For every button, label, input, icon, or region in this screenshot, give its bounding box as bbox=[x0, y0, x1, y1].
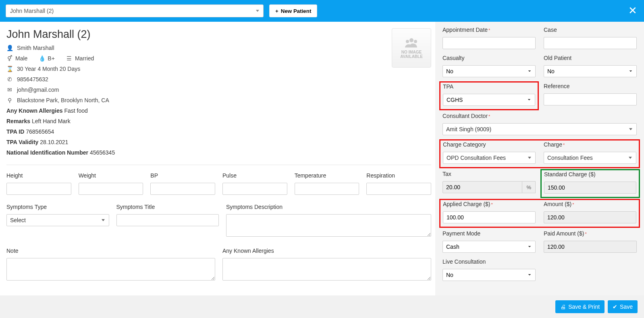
symptoms-section: Symptoms Type Select Symptoms Title Symp… bbox=[6, 204, 431, 238]
remarks-value: Left Hand Mark bbox=[32, 118, 71, 124]
amount-label: Amount ($)* bbox=[544, 201, 636, 207]
tax-label: Tax bbox=[442, 171, 536, 177]
email-icon: ✉ bbox=[6, 87, 13, 93]
main-content: John Marshall (2) 👤 Smith Marshall ⚥ Mal… bbox=[0, 22, 644, 295]
svg-point-0 bbox=[409, 38, 413, 42]
allergies-label: Any Known Allergies bbox=[6, 107, 63, 114]
phone-value: 9856475632 bbox=[17, 76, 48, 83]
remarks-label: Remarks bbox=[6, 118, 30, 124]
height-input[interactable] bbox=[6, 183, 71, 195]
vitals-section: Height Weight BP Pulse Temperature Respi… bbox=[6, 172, 431, 195]
new-patient-button[interactable]: + New Patient bbox=[269, 4, 317, 17]
temperature-label: Temperature bbox=[295, 172, 359, 179]
phone-icon: ✆ bbox=[6, 76, 13, 83]
tpa-validity-label: TPA Validity bbox=[6, 139, 38, 145]
case-input[interactable] bbox=[544, 37, 637, 49]
svg-point-2 bbox=[414, 40, 417, 43]
symptoms-title-label: Symptoms Title bbox=[116, 204, 219, 210]
nin-label: National Identification Number bbox=[6, 149, 88, 156]
allergies-value: Fast food bbox=[64, 107, 87, 114]
charge-category-select[interactable]: OPD Consultation Fees bbox=[443, 152, 536, 164]
marital-icon: ☰ bbox=[66, 55, 73, 62]
paid-amount-input bbox=[544, 241, 637, 253]
address-icon: ⚲ bbox=[6, 97, 13, 103]
hourglass-icon: ⌛ bbox=[6, 66, 13, 72]
age-value: 30 Year 4 Month 20 Days bbox=[17, 66, 80, 72]
symptoms-type-label: Symptoms Type bbox=[6, 204, 109, 210]
consultant-value: Amit Singh (9009) bbox=[446, 126, 491, 132]
symptoms-type-value: Select bbox=[10, 217, 26, 223]
pulse-input[interactable] bbox=[222, 183, 287, 195]
applied-charge-label: Applied Charge ($)* bbox=[443, 201, 536, 207]
consultant-label: Consultant Doctor* bbox=[442, 113, 637, 119]
divider bbox=[6, 165, 431, 165]
temperature-input[interactable] bbox=[295, 183, 359, 195]
nin-value: 45656345 bbox=[90, 149, 115, 156]
bp-input[interactable] bbox=[150, 183, 215, 195]
save-label: Save bbox=[620, 304, 633, 310]
address-value: Blackstone Park, Brooklyn North, CA bbox=[17, 97, 109, 103]
weight-input[interactable] bbox=[79, 183, 143, 195]
old-patient-select[interactable]: No bbox=[544, 65, 637, 77]
amount-input bbox=[544, 211, 636, 223]
respiration-input[interactable] bbox=[366, 183, 431, 195]
patient-dropdown-value: John Marshall (2) bbox=[10, 8, 54, 14]
note-textarea[interactable] bbox=[6, 258, 215, 281]
note-label: Note bbox=[6, 248, 215, 254]
charge-select[interactable]: Consultation Fees bbox=[544, 152, 636, 164]
casualty-select[interactable]: No bbox=[442, 65, 536, 77]
patient-dropdown[interactable]: John Marshall (2) bbox=[6, 4, 264, 17]
symptoms-desc-label: Symptoms Description bbox=[226, 204, 431, 210]
svg-point-1 bbox=[406, 40, 409, 43]
charge-category-value: OPD Consultation Fees bbox=[447, 155, 506, 161]
height-label: Height bbox=[6, 172, 71, 179]
no-image-text2: AVAILABLE bbox=[400, 54, 423, 59]
blood-icon: 💧 bbox=[39, 55, 45, 62]
case-label: Case bbox=[544, 27, 637, 33]
standard-charge-input bbox=[544, 182, 636, 194]
percent-suffix: % bbox=[522, 181, 536, 193]
guardian-name: Smith Marshall bbox=[17, 45, 54, 51]
close-icon[interactable]: ✕ bbox=[627, 5, 638, 16]
group-icon bbox=[403, 37, 420, 49]
casualty-label: Casualty bbox=[442, 55, 536, 61]
reference-input[interactable] bbox=[544, 93, 637, 105]
charge-label: Charge* bbox=[544, 141, 636, 148]
consultant-select[interactable]: Amit Singh (9009) bbox=[442, 123, 637, 135]
print-icon: 🖨 bbox=[560, 304, 566, 310]
checkmark-icon: ✔ bbox=[613, 304, 617, 310]
save-print-button[interactable]: 🖨 Save & Print bbox=[555, 300, 605, 313]
save-print-label: Save & Print bbox=[568, 304, 600, 310]
live-consultation-label: Live Consultation bbox=[442, 258, 536, 265]
save-button[interactable]: ✔ Save bbox=[608, 300, 638, 313]
appointment-date-label: Appointment Date* bbox=[442, 27, 536, 33]
paid-amount-label: Paid Amount ($)* bbox=[544, 230, 637, 237]
plus-icon: + bbox=[275, 8, 278, 14]
standard-charge-label: Standard Charge ($) bbox=[544, 171, 636, 178]
topbar: John Marshall (2) + New Patient ✕ bbox=[0, 0, 644, 22]
old-patient-label: Old Patient bbox=[544, 55, 637, 61]
pulse-label: Pulse bbox=[222, 172, 287, 179]
symptoms-title-input[interactable] bbox=[116, 214, 219, 226]
patient-name: John Marshall (2) bbox=[6, 28, 115, 41]
tpa-select[interactable]: CGHS bbox=[443, 94, 535, 106]
respiration-label: Respiration bbox=[366, 172, 431, 179]
live-consultation-select[interactable]: No bbox=[442, 269, 536, 281]
allergies-textarea[interactable] bbox=[222, 258, 431, 281]
right-panel: Appointment Date* Case Casualty No Old P… bbox=[435, 22, 644, 295]
patient-image-placeholder: NO IMAGE AVAILABLE bbox=[392, 28, 431, 68]
blood-value: B+ bbox=[48, 55, 55, 62]
applied-charge-input[interactable] bbox=[443, 211, 536, 223]
tpa-validity-value: 28.10.2021 bbox=[40, 139, 68, 145]
appointment-date-input[interactable] bbox=[442, 37, 536, 49]
charge-value: Consultation Fees bbox=[547, 155, 593, 161]
symptoms-desc-textarea[interactable] bbox=[226, 214, 431, 237]
no-image-text1: NO IMAGE bbox=[401, 50, 422, 54]
payment-mode-select[interactable]: Cash bbox=[442, 241, 536, 253]
symptoms-type-select[interactable]: Select bbox=[6, 214, 109, 226]
weight-label: Weight bbox=[79, 172, 143, 179]
charge-category-label: Charge Category bbox=[443, 141, 536, 148]
new-patient-label: New Patient bbox=[281, 8, 312, 14]
tpa-id-value: 768565654 bbox=[26, 128, 54, 135]
guardian-icon: 👤 bbox=[6, 45, 13, 51]
